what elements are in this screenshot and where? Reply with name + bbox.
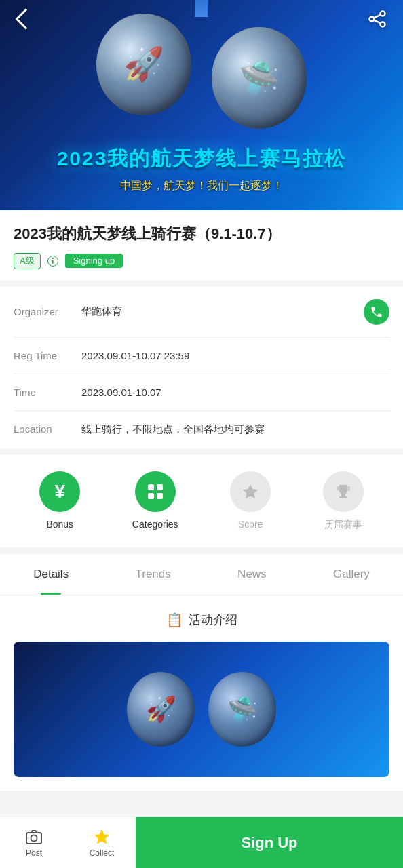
organizer-label: Organizer bbox=[14, 306, 81, 317]
svg-rect-5 bbox=[148, 484, 154, 490]
svg-line-3 bbox=[374, 15, 381, 18]
collect-label: Collect bbox=[90, 848, 115, 858]
info-section: Organizer 华跑体育 Reg Time 2023.09.01-10.07… bbox=[0, 287, 403, 448]
reg-time-label: Reg Time bbox=[14, 350, 81, 361]
tab-gallery[interactable]: Gallery bbox=[326, 554, 377, 595]
svg-point-13 bbox=[31, 835, 37, 841]
categories-label: Categories bbox=[132, 519, 178, 530]
signup-button[interactable]: Sign Up bbox=[136, 817, 403, 869]
svg-point-2 bbox=[370, 17, 375, 22]
phone-icon bbox=[370, 305, 383, 319]
categories-icon-item[interactable]: Categories bbox=[132, 471, 178, 530]
svg-line-4 bbox=[374, 20, 381, 23]
back-button[interactable] bbox=[14, 7, 38, 31]
score-label: Score bbox=[238, 519, 263, 530]
level-badge: A级 bbox=[14, 253, 41, 269]
score-icon bbox=[230, 471, 271, 512]
hero-subtitle: 中国梦，航天梦！我们一起逐梦！ bbox=[0, 179, 403, 193]
medal-right bbox=[212, 27, 307, 129]
star-collect-icon bbox=[93, 828, 111, 846]
badge-row: A级 i Signing up bbox=[14, 253, 389, 269]
history-icon bbox=[323, 471, 364, 512]
post-label: Post bbox=[26, 848, 42, 858]
svg-rect-8 bbox=[157, 493, 163, 499]
back-arrow-icon bbox=[15, 8, 36, 29]
post-button[interactable]: Post bbox=[0, 821, 68, 865]
svg-rect-10 bbox=[341, 494, 345, 496]
reg-time-row: Reg Time 2023.09.01-10.07 23:59 bbox=[14, 338, 389, 374]
time-label: Time bbox=[14, 387, 81, 398]
content-section: 📋 活动介绍 🚀 🛸 bbox=[0, 595, 403, 791]
trophy-icon bbox=[334, 482, 353, 501]
tab-details[interactable]: Details bbox=[26, 554, 75, 595]
section-icon: 📋 bbox=[166, 612, 183, 628]
location-label: Location bbox=[14, 423, 81, 435]
status-badge: Signing up bbox=[65, 254, 123, 268]
tab-trends[interactable]: Trends bbox=[128, 554, 177, 595]
star-icon bbox=[241, 482, 260, 501]
organizer-row: Organizer 华跑体育 bbox=[14, 287, 389, 338]
info-icon[interactable]: i bbox=[47, 256, 58, 267]
history-label: 历届赛事 bbox=[324, 519, 362, 531]
svg-rect-6 bbox=[157, 484, 163, 490]
tab-news[interactable]: News bbox=[231, 554, 273, 595]
reg-time-value: 2023.09.01-10.07 23:59 bbox=[81, 350, 389, 361]
share-button[interactable] bbox=[365, 7, 389, 31]
preview-medal-right: 🛸 bbox=[208, 672, 276, 747]
score-icon-item[interactable]: Score bbox=[230, 471, 271, 530]
top-nav bbox=[0, 0, 403, 38]
location-row: Location 线上骑行，不限地点，全国各地均可参赛 bbox=[14, 411, 389, 448]
bonus-icon-item[interactable]: ¥ Bonus bbox=[39, 471, 80, 530]
time-value: 2023.09.01-10.07 bbox=[81, 387, 389, 398]
preview-medal-left: 🚀 bbox=[127, 672, 195, 747]
svg-marker-9 bbox=[243, 484, 258, 498]
event-title: 2023我的航天梦线上骑行赛（9.1-10.7） bbox=[14, 224, 389, 245]
bonus-label: Bonus bbox=[46, 519, 73, 530]
svg-marker-14 bbox=[95, 830, 109, 844]
section-header: 📋 活动介绍 bbox=[14, 612, 389, 628]
svg-rect-11 bbox=[339, 496, 347, 498]
time-row: Time 2023.09.01-10.07 bbox=[14, 374, 389, 411]
categories-icon bbox=[135, 471, 176, 512]
svg-rect-12 bbox=[26, 833, 41, 844]
bonus-icon: ¥ bbox=[39, 471, 80, 512]
section-title: 活动介绍 bbox=[189, 612, 237, 628]
history-icon-item[interactable]: 历届赛事 bbox=[323, 471, 364, 531]
event-title-section: 2023我的航天梦线上骑行赛（9.1-10.7） A级 i Signing up bbox=[0, 210, 403, 280]
collect-button[interactable]: Collect bbox=[68, 821, 136, 865]
icons-section: ¥ Bonus Categories Score bbox=[0, 455, 403, 547]
share-icon bbox=[368, 9, 387, 28]
camera-icon bbox=[25, 828, 43, 846]
svg-rect-7 bbox=[148, 493, 154, 499]
svg-point-1 bbox=[381, 22, 385, 27]
bottom-bar: Post Collect Sign Up bbox=[0, 816, 403, 868]
grid-icon bbox=[146, 482, 165, 501]
phone-button[interactable] bbox=[364, 299, 389, 325]
signup-label: Sign Up bbox=[241, 834, 297, 852]
hero-title: 2023我的航天梦线上赛马拉松 bbox=[0, 145, 403, 173]
tabs-section: Details Trends News Gallery bbox=[0, 554, 403, 595]
preview-image: 🚀 🛸 bbox=[14, 642, 389, 777]
svg-point-0 bbox=[381, 12, 385, 16]
organizer-value: 华跑体育 bbox=[81, 305, 364, 318]
location-value: 线上骑行，不限地点，全国各地均可参赛 bbox=[81, 423, 389, 436]
